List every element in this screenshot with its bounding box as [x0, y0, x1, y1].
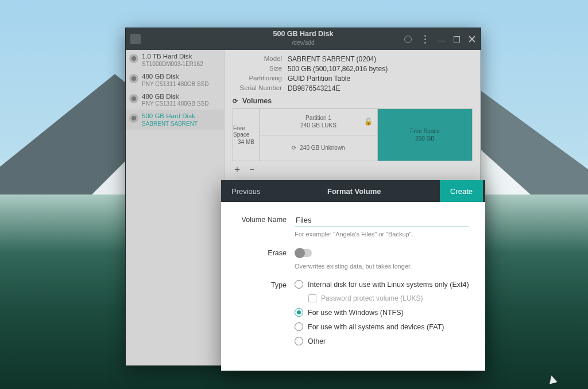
disk-item[interactable]: 480 GB Disk PNY CS1311 480GB SSD [126, 70, 224, 90]
value-model: SABRENT SABRENT (0204) [288, 55, 376, 63]
disk-title: 480 GB Disk [142, 93, 209, 101]
titlebar: 500 GB Hard Disk /dev/sdd [126, 28, 481, 50]
radio-label: Internal disk for use with Linux systems… [308, 281, 469, 289]
power-icon[interactable] [403, 34, 412, 44]
previous-button[interactable]: Previous [223, 187, 269, 196]
disk-sidebar: 1.0 TB Hard Disk ST1000DM003-1ER162 480 … [126, 50, 225, 365]
add-partition-button[interactable]: ＋ [233, 164, 242, 176]
vol-label: Partition 1 [305, 115, 331, 121]
dialog-title: Format Volume [269, 187, 440, 196]
disk-title: 480 GB Disk [142, 73, 209, 81]
volume-name-hint: For example: "Angela's Files" or "Backup… [295, 231, 469, 238]
disk-title: 500 GB Hard Disk [142, 112, 198, 120]
checkbox-icon [308, 294, 316, 302]
vol-size: 260 GB [415, 135, 435, 142]
radio-icon [295, 322, 303, 331]
radio-ntfs[interactable]: For use with Windows (NTFS) [295, 308, 469, 317]
disk-title: 1.0 TB Hard Disk [142, 53, 203, 61]
volume-toolbar: ＋ － [233, 164, 473, 176]
radio-ext4[interactable]: Internal disk for use with Linux systems… [295, 280, 469, 289]
vol-size: 240 GB LUKS [300, 122, 336, 129]
app-icon [130, 34, 141, 44]
dialog-titlebar: Previous Format Volume Create [221, 180, 485, 202]
value-size: 500 GB (500,107,862,016 bytes) [288, 65, 388, 73]
volume-freespace-2-selected[interactable]: Free Space 260 GB [378, 109, 472, 161]
vol-label: Free Space [410, 128, 440, 134]
vol-size: 34 MB [238, 139, 254, 145]
vol-size: 240 GB Unknown [300, 145, 345, 151]
disk-model: SABRENT SABRENT [142, 120, 198, 127]
volume-freespace-1[interactable]: Free Space 34 MB [233, 109, 260, 161]
checkbox-label: Password protect volume (LUKS) [321, 294, 423, 302]
radio-other[interactable]: Other [295, 337, 469, 345]
disk-item-selected[interactable]: 500 GB Hard Disk SABRENT SABRENT [126, 110, 224, 130]
value-partitioning: GUID Partition Table [288, 75, 350, 83]
hdd-icon [129, 94, 138, 103]
erase-hint: Overwrites existing data, but takes long… [295, 263, 469, 270]
vol-label: Free Space [233, 125, 259, 138]
maximize-button[interactable] [454, 36, 460, 42]
radio-fat[interactable]: For use with all systems and devices (FA… [295, 322, 469, 331]
remove-partition-button[interactable]: － [247, 164, 257, 176]
hdd-icon [129, 114, 138, 123]
spinner-icon: ⟳ [233, 98, 238, 105]
hdd-icon [129, 54, 138, 63]
radio-label: For use with all systems and devices (FA… [308, 323, 444, 331]
disk-model: ST1000DM003-1ER162 [142, 61, 203, 67]
erase-toggle[interactable] [295, 249, 312, 257]
volumes-heading: Volumes [242, 97, 272, 105]
volume-map: Free Space 34 MB Partition 1 240 GB LUKS… [233, 108, 473, 161]
close-button[interactable] [468, 35, 476, 43]
hdd-icon [129, 74, 138, 83]
checkbox-luks: Password protect volume (LUKS) [308, 294, 469, 302]
menu-icon[interactable] [420, 34, 430, 44]
label-model: Model [233, 55, 288, 63]
create-button[interactable]: Create [440, 180, 483, 202]
label-erase: Erase [237, 248, 295, 270]
value-serial: DB9876543214E [288, 84, 340, 92]
label-partitioning: Partitioning [233, 75, 288, 83]
disk-model: PNY CS1311 480GB SSD [142, 81, 209, 87]
minimize-button[interactable] [438, 37, 446, 41]
radio-label: Other [308, 337, 326, 345]
unlock-icon: 🔓 [364, 118, 373, 126]
radio-icon [295, 280, 303, 289]
label-type: Type [237, 280, 295, 345]
volume-name-input[interactable] [295, 215, 469, 227]
label-serial: Serial Number [233, 84, 288, 92]
radio-icon [295, 337, 303, 345]
disk-item[interactable]: 1.0 TB Hard Disk ST1000DM003-1ER162 [126, 50, 224, 70]
volume-partition-1[interactable]: Partition 1 240 GB LUKS 🔓 ⟳ 240 GB Unkno… [260, 109, 378, 161]
radio-icon [295, 308, 303, 317]
label-volume-name: Volume Name [237, 215, 295, 238]
label-size: Size [233, 65, 288, 73]
disk-item[interactable]: 480 GB Disk PNY CS1311 480GB SSD [126, 90, 224, 110]
spinner-icon: ⟳ [292, 145, 296, 151]
format-volume-dialog: Previous Format Volume Create Volume Nam… [221, 180, 485, 371]
disk-model: PNY CS1311 480GB SSD [142, 100, 209, 107]
radio-label: For use with Windows (NTFS) [308, 309, 404, 317]
